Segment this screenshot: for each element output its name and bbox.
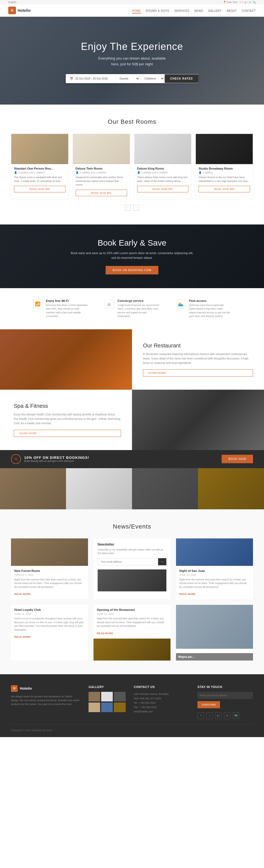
footer-gallery-5[interactable] [101,703,113,712]
spa-section: Spa & Fitness Enjoy the ultimate Health … [0,390,264,450]
gallery-item-1[interactable] [0,468,66,509]
room-2-meta: 👤 2 adult(s) and 2 children [76,171,127,174]
best-rooms-title: Our Best Rooms [11,118,253,125]
footer-subscribe-button[interactable]: SUBSCRIBE [197,701,220,708]
news-2-title: Night of San Juan [179,569,250,572]
wifi-title: Enjoy free Wi-Fi [46,299,88,302]
news-2-desc: Right from the moment they start their s… [179,578,250,589]
footer-instagram-icon[interactable]: 📷 [233,712,239,719]
carousel-next[interactable]: › [133,205,139,211]
news-4-date: JUNE 21, 2018 [97,613,167,615]
news-4-read-more[interactable]: READ MORE [97,632,113,635]
logo[interactable]: H Hotelio [8,7,30,14]
gallery-item-2[interactable] [66,468,132,509]
book-early-button[interactable]: BOOK ON BOOKING.COM [106,266,158,274]
room-4-book-button[interactable]: BOOK NOW $65 [199,186,250,192]
children-select[interactable]: Childrens 0 1 2 [140,74,165,83]
nav-services[interactable]: Services [174,8,189,13]
newsletter-email-input[interactable] [98,558,158,565]
footer-logo-icon: H [11,685,18,692]
room-2-desc: Designed for practicality and comfort, t… [76,176,127,187]
footer-gallery-4[interactable] [88,703,100,712]
footer-googleplus-icon[interactable]: g+ [215,712,222,719]
carousel-prev[interactable]: ‹ [125,205,131,211]
footer-gallery-1[interactable] [88,692,100,702]
amenities-section: 📶 Enjoy free Wi-Fi We know that when a h… [0,288,264,329]
news-4-bottom-image [94,639,170,660]
guests-select[interactable]: Guests 1 Guest 2 Guests 3 Guests [115,74,140,83]
nav-news[interactable]: News [194,8,203,13]
pool-desc: Hotel has pool area is particular hotels… [189,304,231,318]
news-2-read-more[interactable]: READ MORE [179,593,196,595]
footer-newsletter-input[interactable] [197,692,253,699]
restaurant-learn-more-button[interactable]: LEARN MORE [143,369,253,376]
room-3-desc: These deluxe hotel rooms come with king … [137,176,189,183]
nav-rooms[interactable]: Rooms & Suite [146,8,169,13]
promo-book-now-button[interactable]: BOOK NOW [222,455,253,463]
footer-gallery-6[interactable] [114,703,125,712]
svg-text:%: % [15,457,18,461]
news-card-hotel-loyalty: Hotel Loyalty Club JUNE 21, 2018 Hotel i… [11,605,88,660]
spa-title: Spa & Fitness [14,403,121,409]
footer-gallery-2[interactable] [101,692,113,702]
footer-col-gallery: GALLERY [88,685,125,719]
footer-logo: H Hotelio [11,685,80,692]
room-1-book-button[interactable]: BOOK NOW $58 [14,186,65,192]
footer-twitter-icon[interactable]: t [206,712,213,719]
pool-title: Pool access [189,299,231,302]
newsletter-submit-button[interactable]: → [158,558,166,565]
topbar-lang[interactable]: English [8,1,17,4]
news-1-image [11,538,88,566]
gallery-item-3[interactable] [132,468,198,509]
restaurant-section: Our Restaurant A Stockholm restaurant fe… [0,329,264,390]
news-3-read-more[interactable]: READ MORE [14,636,31,638]
person-icon-2: 👤 [76,171,79,174]
footer-facebook-icon[interactable]: f [197,712,204,719]
news-1-desc: Right from the moment they start their s… [14,578,85,589]
wifi-desc: We know that when a hotel advertises the… [46,304,88,318]
footer-grid: H Hotelio We design space for growers an… [11,685,253,719]
room-card-3-image [134,134,191,164]
spa-desc: Enjoy the ultimate Health Club membershi… [14,412,121,426]
book-early-desc: Book early and save up to 15% with Lorem… [70,251,194,260]
nav-contact[interactable]: Contact [242,8,256,13]
footer-desc: We design space for growers and develope… [11,694,80,706]
news-card-magna: Magna par... [176,605,253,660]
nav-about[interactable]: About [227,8,237,13]
footer-col-about: H Hotelio We design space for growers an… [11,685,80,719]
restaurant-image [0,329,132,390]
hero-subtitle: Everything you can dream about, availabl… [98,56,166,67]
check-rates-button[interactable]: CHECK RATES [165,74,198,83]
concierge-desc: A high level of service we recommend Tea… [117,304,159,318]
footer-linkedin-icon[interactable]: in [224,712,231,719]
room-2-book-button[interactable]: BOOK NOW $92 [76,190,127,196]
newsletter-cell-extra [98,569,166,591]
date-range[interactable]: 📅 25 Oct 2018 - 26 Oct 2018 [66,74,115,83]
room-card-4-image [196,134,253,164]
carousel-controls: ‹ › [11,205,253,211]
footer-gallery-3[interactable] [114,692,125,702]
book-early-title: Book Early & Save [98,238,166,248]
room-card-4: Studio Broadway Room 👤 1 adult(s) Classi… [195,134,253,199]
restaurant-desc: A Stockholm restaurant featuring interna… [143,352,253,365]
room-2-title: Deluxe Twin Room [76,167,127,170]
newsletter-card: Newsletter Subscribe to our newsletter a… [94,538,170,600]
promo-title: 10% OFF ON DIRECT BOOKINGS! [24,456,89,460]
wifi-icon: 📶 [33,299,43,309]
footer-col-contact: CONTACT US 1267 Domain Avenue, Brooklyn,… [134,685,189,719]
restaurant-content: Our Restaurant A Stockholm restaurant fe… [132,329,264,390]
calendar-icon: 📅 [70,77,73,80]
hero-title: Enjoy The Experience [81,41,183,53]
spa-learn-more-button[interactable]: LEARN MORE [14,430,121,437]
amenity-pool: 🏊 Pool access Hotel has pool area is par… [176,299,231,318]
news-1-read-more[interactable]: READ MORE [14,593,31,595]
room-3-title: Deluxe King Room [137,167,189,170]
navbar: H Hotelio Home Rooms & Suite Services Ne… [0,4,264,17]
room-1-meta: 👤 2 adult(s) and 1 children [14,171,65,174]
nav-home[interactable]: Home [132,8,141,13]
room-3-book-button[interactable]: BOOK NOW $52 [137,186,189,192]
nav-gallery[interactable]: Gallery [208,8,222,13]
room-4-meta: 👤 1 adult(s) [199,171,250,174]
gallery-item-4[interactable] [198,468,264,509]
svg-text:🛎: 🛎 [107,302,111,306]
